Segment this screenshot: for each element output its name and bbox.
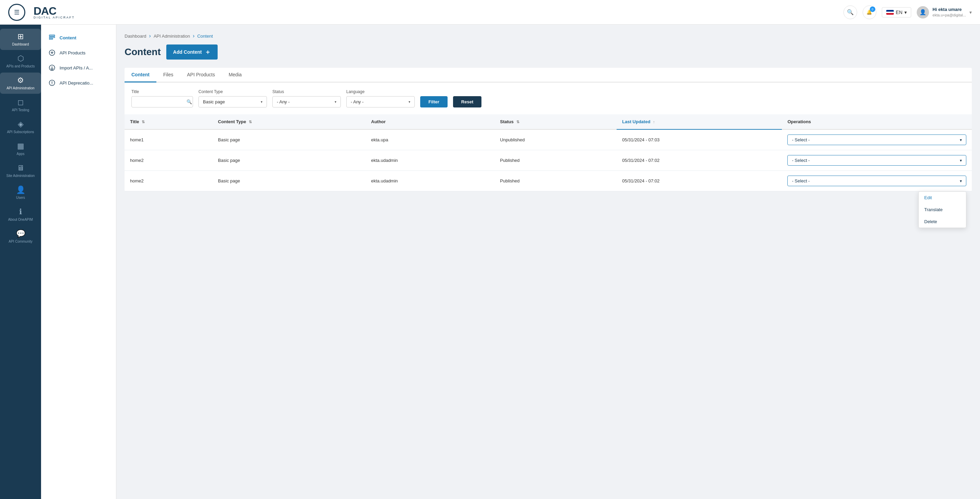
table-header-row: Title ⇅ Content Type ⇅ Author Status ⇅ xyxy=(124,114,972,129)
left-nav-content[interactable]: Content xyxy=(41,30,116,45)
col-last-updated[interactable]: Last Updated ↑ xyxy=(617,114,782,129)
add-content-label: Add Content xyxy=(173,49,202,55)
cell-operations: - Select - ▾ xyxy=(782,171,972,191)
sidebar-item-users-label: Users xyxy=(16,196,25,200)
cell-last-updated: 05/31/2024 - 07:03 xyxy=(617,129,782,150)
notifications-button[interactable]: 🔔 0 xyxy=(862,5,876,19)
content-area: Content API Products xyxy=(41,25,980,499)
avatar: 👤 xyxy=(917,6,929,19)
breadcrumb-sep-2: › xyxy=(192,33,194,39)
operations-dropdown: Edit Translate Delete xyxy=(918,191,966,228)
add-content-button[interactable]: Add Content ＋ xyxy=(166,45,218,59)
col-content-type[interactable]: Content Type ⇅ xyxy=(213,114,366,129)
ops-select-label: - Select - xyxy=(792,178,810,183)
sidebar-item-about[interactable]: ℹ About OneAPIM xyxy=(0,204,41,225)
cell-title: home1 xyxy=(124,129,213,150)
cell-author: ekta.upa xyxy=(366,129,495,150)
breadcrumb-dashboard[interactable]: Dashboard xyxy=(124,33,146,39)
dropdown-edit[interactable]: Edit xyxy=(919,192,966,204)
cell-operations: - Select - ▾ xyxy=(782,150,972,171)
sidebar-item-users[interactable]: 👤 Users xyxy=(0,182,41,203)
sidebar-item-apis-products[interactable]: ⬡ APIs and Products xyxy=(0,51,41,72)
sidebar-item-api-admin[interactable]: ⚙ API Administration xyxy=(0,73,41,94)
content-type-select[interactable]: Basic page ▾ xyxy=(199,96,267,107)
language-chevron: ▾ xyxy=(409,100,410,104)
reset-button[interactable]: Reset xyxy=(453,96,482,107)
sidebar-item-site-admin[interactable]: 🖥 Site Administration xyxy=(0,160,41,182)
table-row: home1 Basic page ekta.upa Unpublished 05… xyxy=(124,129,972,150)
user-area[interactable]: 👤 Hi ekta umare ekta.u+pa@digital... ▾ xyxy=(917,6,972,19)
title-input[interactable] xyxy=(136,99,184,104)
tab-api-products[interactable]: API Products xyxy=(180,68,222,83)
sidebar-item-apps[interactable]: ▦ Apps xyxy=(0,138,41,159)
api-admin-icon: ⚙ xyxy=(17,76,24,85)
sidebar-item-community[interactable]: 💬 API Community xyxy=(0,226,41,247)
sidebar-item-apps-label: Apps xyxy=(17,152,25,156)
cell-title: home2 xyxy=(124,171,213,191)
sidebar-item-api-testing-label: API Testing xyxy=(12,108,29,112)
svg-rect-0 xyxy=(49,35,55,36)
filter-button[interactable]: Filter xyxy=(420,96,447,107)
page-header: Content Add Content ＋ xyxy=(124,45,972,59)
language-label: EN xyxy=(896,10,902,15)
left-nav-api-products[interactable]: API Products xyxy=(41,45,116,60)
table-wrap: Title ⇅ Content Type ⇅ Author Status ⇅ xyxy=(124,114,972,191)
ops-chevron: ▾ xyxy=(960,158,962,163)
content-type-chevron: ▾ xyxy=(261,100,262,104)
apps-icon: ▦ xyxy=(17,142,24,151)
language-selector[interactable]: EN ▾ xyxy=(882,7,911,18)
app-layout: ☰ DAC DIGITAL APICRAFT 🔍 🔔 0 EN ▾ 👤 xyxy=(0,0,980,499)
logo-area: ☰ DAC DIGITAL APICRAFT xyxy=(8,4,75,21)
breadcrumb-sep-1: › xyxy=(149,33,151,39)
col-operations: Operations xyxy=(782,114,972,129)
content-type-filter-group: Content Type Basic page ▾ xyxy=(199,89,267,107)
left-nav-import-apis[interactable]: Import APIs / A... xyxy=(41,60,116,75)
main-content-area: Dashboard › API Administration › Content… xyxy=(116,25,980,499)
page-title: Content xyxy=(124,46,161,57)
cell-content-type: Basic page xyxy=(213,150,366,171)
status-value: - Any - xyxy=(277,99,290,104)
sidebar-item-dashboard-label: Dashboard xyxy=(12,42,29,46)
title-search-icon: 🔍 xyxy=(186,99,192,104)
user-name: Hi ekta umare xyxy=(932,6,966,13)
api-products-nav-label: API Products xyxy=(60,50,86,56)
main-area: ⊞ Dashboard ⬡ APIs and Products ⚙ API Ad… xyxy=(0,25,980,499)
tab-files[interactable]: Files xyxy=(156,68,180,83)
ops-select-1[interactable]: - Select - ▾ xyxy=(788,155,966,166)
col-status[interactable]: Status ⇅ xyxy=(495,114,617,129)
dropdown-translate[interactable]: Translate xyxy=(919,204,966,215)
apis-products-icon: ⬡ xyxy=(18,54,24,63)
left-nav-api-deprecation[interactable]: API Deprecatio... xyxy=(41,75,116,90)
status-filter-label: Status xyxy=(272,89,341,94)
language-value: - Any - xyxy=(351,99,364,104)
svg-rect-1 xyxy=(49,37,55,38)
tab-content[interactable]: Content xyxy=(124,68,156,83)
header-actions: 🔍 🔔 0 EN ▾ 👤 Hi ekta umare ekta.u+pa@dig… xyxy=(843,5,972,19)
filter-section: Title 🔍 Content Type Basic page xyxy=(124,83,972,114)
ops-select-2[interactable]: - Select - ▾ xyxy=(788,175,966,186)
ops-select-0[interactable]: - Select - ▾ xyxy=(788,134,966,145)
left-nav: Content API Products xyxy=(41,25,116,499)
dropdown-delete[interactable]: Delete xyxy=(919,215,966,228)
sidebar-item-dashboard[interactable]: ⊞ Dashboard xyxy=(0,29,41,50)
tabs: Content Files API Products Media xyxy=(124,68,972,83)
table-row: home2 Basic page ekta.udadmin Published … xyxy=(124,171,972,191)
breadcrumb-current: Content xyxy=(197,33,213,39)
tab-media[interactable]: Media xyxy=(222,68,248,83)
col-title[interactable]: Title ⇅ xyxy=(124,114,213,129)
sidebar-item-api-subscriptions[interactable]: ◈ API Subscriptions xyxy=(0,116,41,137)
import-nav-icon xyxy=(48,64,56,72)
hamburger-menu[interactable]: ☰ xyxy=(8,4,25,21)
title-filter-label: Title xyxy=(131,89,193,94)
status-select[interactable]: - Any - ▾ xyxy=(272,96,341,107)
import-nav-label: Import APIs / A... xyxy=(60,65,93,70)
api-subscriptions-icon: ◈ xyxy=(18,120,24,129)
language-select[interactable]: - Any - ▾ xyxy=(346,96,415,107)
user-info: Hi ekta umare ekta.u+pa@digital... xyxy=(932,6,966,18)
sidebar-item-api-testing[interactable]: ◻ API Testing xyxy=(0,94,41,116)
breadcrumb-api-admin[interactable]: API Administration xyxy=(154,33,190,39)
sidebar: ⊞ Dashboard ⬡ APIs and Products ⚙ API Ad… xyxy=(0,25,41,499)
cell-status: Published xyxy=(495,171,617,191)
title-filter-input-wrap: 🔍 xyxy=(131,96,193,107)
search-button[interactable]: 🔍 xyxy=(843,5,857,19)
